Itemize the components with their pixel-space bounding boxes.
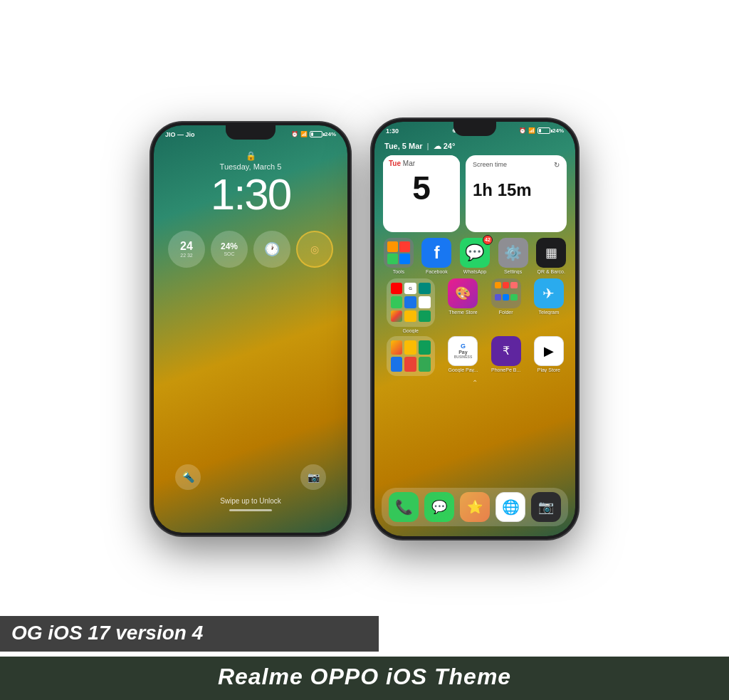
duo-mini: [404, 296, 416, 308]
status-icons-right: ⏰ 📶 24%: [519, 127, 564, 134]
cal-day-number: 5: [383, 169, 460, 204]
phonepe-icon: ₹: [491, 336, 521, 366]
lock-date-area: 🔒 Tuesday, March 5 1:30: [154, 151, 347, 216]
google-folder-icon-2: [387, 336, 435, 376]
phone-right: 1:30 ⊕ 🔕 ⏰ 📶 24%: [372, 119, 578, 539]
app-theme-store[interactable]: 🎨 Theme Store: [444, 278, 482, 333]
st-refresh-icon[interactable]: ↻: [554, 161, 560, 169]
g-mini: G: [404, 283, 416, 295]
time-text-right: 1:30: [386, 127, 399, 135]
dock: 📞 💬 ⭐ 🌐 📷: [382, 488, 568, 526]
app-row-3: G Pay BUSINESS Google Pay... ₹ PhonePe B…: [374, 335, 575, 377]
dock-nickel[interactable]: ⭐: [460, 492, 490, 522]
app-whatsapp[interactable]: 💬 42 WhatsApp: [458, 238, 492, 274]
sheets-mini: [419, 310, 431, 323]
app-google-folder-2[interactable]: [382, 336, 439, 376]
telegram-icon: ✈: [534, 278, 564, 308]
app-gpay[interactable]: G Pay BUSINESS Google Pay...: [444, 336, 482, 376]
facebook-icon: f: [421, 238, 451, 268]
qr-icon: ▦: [536, 238, 566, 268]
google-folder-label: Google: [402, 328, 419, 333]
page-indicator: ⌃: [374, 379, 575, 387]
lock-time: 1:30: [154, 172, 347, 216]
calendar-widget[interactable]: Tue Mar 5: [383, 155, 460, 232]
app-folder[interactable]: Folder: [487, 278, 525, 333]
lock-widget-clock: 🕐: [253, 231, 290, 268]
title-overlay: OG iOS 17 version 4: [0, 616, 379, 652]
maps-mini: [391, 296, 403, 308]
alarm-icon: ⏰: [291, 131, 298, 137]
app-tools[interactable]: Tools: [382, 238, 416, 274]
lock-widget-temp: 24 22 32: [168, 231, 205, 268]
home-date-bar: Tue, 5 Mar | ☁ 24°: [374, 137, 575, 152]
app-facebook[interactable]: f Facebook: [420, 238, 454, 274]
phonepe-label: PhonePe B...: [491, 367, 520, 372]
lock-widget-ring: ◎: [296, 231, 333, 268]
whatsapp-icon: 💬 42: [460, 238, 490, 268]
settings-label: Settings: [504, 269, 522, 274]
st-time-value: 1h 15m: [473, 180, 560, 200]
google-folder-icon: G: [387, 278, 435, 327]
meet-mini: [419, 283, 431, 295]
drive-mini: [404, 310, 416, 323]
lock-bottom: 🔦 📷 Swipe up to Unlock: [154, 464, 347, 511]
playstore-label: Play Store: [537, 367, 560, 372]
app-google-folder[interactable]: G Google: [382, 278, 439, 333]
app-settings[interactable]: ⚙️ Settings: [496, 238, 530, 274]
scene: JIO — Jio ⏰ 📶 24% 🔒 Tuesday, March 5 1:3…: [0, 0, 729, 700]
bottom-banner-text: Realme OPPO iOS Theme: [218, 664, 511, 689]
battery-text-left: 24%: [325, 131, 336, 137]
dock-messages[interactable]: 💬: [424, 492, 454, 522]
bottom-banner: Realme OPPO iOS Theme: [0, 657, 729, 700]
alarm-icon-r: ⏰: [519, 127, 526, 134]
status-icons-left: ⏰ 📶 24%: [291, 131, 336, 137]
cal-month-label: Mar: [403, 160, 415, 167]
folder-label: Folder: [499, 310, 513, 315]
settings-icon: ⚙️: [498, 238, 528, 268]
carrier-text: JIO — Jio: [165, 131, 195, 138]
dock-camera[interactable]: 📷: [531, 492, 561, 522]
signal-icon-r: 📶: [528, 127, 535, 134]
home-date-text: Tue, 5 Mar: [384, 142, 423, 150]
title-text: OG iOS 17 version 4: [11, 622, 203, 644]
app-row-1: Tools f Facebook 💬 42 WhatsApp: [374, 235, 575, 277]
camera-button[interactable]: 📷: [300, 464, 326, 490]
folder-icon: [491, 278, 521, 308]
app-phonepe[interactable]: ₹ PhonePe B...: [487, 336, 525, 376]
dock-phone[interactable]: 📞: [389, 492, 419, 522]
swipe-bar: [229, 509, 272, 511]
screen-time-widget[interactable]: Screen time ↻ 1h 15m: [466, 155, 567, 232]
cal-header: Tue Mar: [383, 155, 460, 169]
playstore-icon: ▶: [534, 336, 564, 366]
lock-bottom-icons: 🔦 📷: [154, 464, 347, 490]
gpay-icon: G Pay BUSINESS: [448, 336, 478, 366]
st-header: Screen time ↻: [473, 161, 560, 169]
cal-day-label: Tue: [389, 160, 401, 167]
flashlight-button[interactable]: 🔦: [175, 464, 201, 490]
notch-right: [453, 122, 496, 136]
battery-left: [310, 131, 322, 137]
facebook-label: Facebook: [426, 269, 448, 274]
app-playstore[interactable]: ▶ Play Store: [530, 336, 568, 376]
lock-widgets: 24 22 32 24% SOC 🕐 ◎: [154, 231, 347, 268]
lock-icon: 🔒: [154, 151, 347, 161]
app-row-2: G Google 🎨 T: [374, 277, 575, 335]
theme-store-icon: 🎨: [448, 278, 478, 308]
camera-dock-icon: 📷: [531, 492, 561, 522]
lock-date-text: Tuesday, March 5: [154, 162, 347, 171]
phone-left: JIO — Jio ⏰ 📶 24% 🔒 Tuesday, March 5 1:3…: [151, 122, 350, 536]
home-widgets: Tue Mar 5 Screen time ↻ 1h 15m: [374, 152, 575, 235]
photos-mini: [391, 310, 403, 323]
yt-mini: [391, 283, 403, 295]
whatsapp-label: WhatsApp: [463, 269, 486, 274]
qr-label: QR & Barco.: [537, 269, 565, 274]
messages-dock-icon: 💬: [424, 492, 454, 522]
weather-text: ☁ 24°: [434, 142, 456, 151]
st-label: Screen time: [473, 161, 507, 168]
gpay-label: Google Pay...: [448, 367, 478, 372]
battery-right: [537, 127, 550, 134]
dock-chrome[interactable]: 🌐: [495, 492, 525, 522]
app-telegram[interactable]: ✈ Telegram: [530, 278, 568, 333]
app-qr[interactable]: ▦ QR & Barco.: [534, 238, 568, 274]
notch-left: [226, 125, 276, 140]
